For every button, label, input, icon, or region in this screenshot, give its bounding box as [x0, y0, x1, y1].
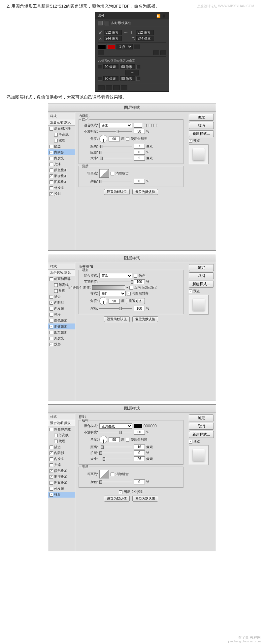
blend-options[interactable]: 混合选项:默认: [48, 420, 75, 426]
choke-input[interactable]: [134, 150, 145, 155]
item-outer-glow[interactable]: 外发光: [48, 486, 75, 492]
align-checkbox[interactable]: ✓: [127, 292, 131, 295]
stroke-width-select[interactable]: 1 点: [116, 44, 133, 49]
ok-button[interactable]: 确定: [189, 264, 214, 271]
x-input[interactable]: [104, 36, 122, 41]
distance-slider[interactable]: [99, 144, 132, 148]
antialias-checkbox[interactable]: [111, 473, 114, 476]
opacity-input[interactable]: [134, 279, 145, 284]
item-texture[interactable]: 纹理: [48, 438, 75, 444]
opacity-slider[interactable]: [99, 430, 132, 434]
preview-checkbox[interactable]: ✓: [189, 290, 192, 293]
stroke-color-swatch[interactable]: [107, 45, 115, 49]
scale-input[interactable]: [134, 306, 145, 311]
corner-tr-input[interactable]: [120, 64, 135, 69]
item-drop-shadow[interactable]: ✓投影: [48, 492, 75, 498]
size-slider[interactable]: [99, 457, 132, 461]
item-satin[interactable]: 光泽: [48, 462, 75, 468]
choke-slider[interactable]: [99, 150, 132, 154]
item-color-overlay[interactable]: 颜色叠加: [48, 167, 75, 173]
cap-btn[interactable]: [153, 50, 159, 55]
blend-mode-select[interactable]: 正常: [99, 123, 132, 128]
item-satin[interactable]: 光泽: [48, 312, 75, 318]
item-inner-glow[interactable]: 内发光: [48, 306, 75, 312]
item-grad-overlay[interactable]: ✓渐变叠加: [48, 474, 75, 480]
ok-button[interactable]: 确定: [189, 114, 214, 121]
width-input[interactable]: [104, 30, 122, 35]
opacity-slider[interactable]: [99, 280, 132, 284]
opacity-input[interactable]: [134, 430, 145, 435]
angle-input[interactable]: [109, 437, 120, 442]
item-pattern-overlay[interactable]: 图案叠加: [48, 480, 75, 486]
item-grad-overlay[interactable]: ✓渐变叠加: [48, 173, 75, 179]
cancel-button[interactable]: 取消: [189, 423, 214, 430]
item-outer-glow[interactable]: 外发光: [48, 335, 75, 341]
noise-slider[interactable]: [99, 480, 132, 484]
knockout-checkbox[interactable]: ✓: [119, 490, 122, 494]
cancel-button[interactable]: 取消: [189, 122, 214, 129]
item-bevel[interactable]: 斜面和浮雕: [48, 426, 75, 432]
opacity-input[interactable]: [134, 129, 145, 134]
grad-style-select[interactable]: 线性: [99, 291, 126, 296]
link-corners-button[interactable]: ⚯: [125, 70, 139, 76]
corner-btn[interactable]: [160, 50, 166, 55]
y-input[interactable]: [136, 36, 154, 41]
angle-dial[interactable]: [99, 297, 107, 305]
reset-align-button[interactable]: 重置对齐: [126, 298, 145, 304]
contour-swatch[interactable]: [99, 470, 109, 478]
dither-checkbox[interactable]: [134, 274, 137, 278]
noise-input[interactable]: [134, 179, 145, 184]
spread-input[interactable]: [134, 450, 145, 455]
size-input[interactable]: [134, 156, 145, 161]
item-outer-glow[interactable]: 外发光: [48, 185, 75, 191]
angle-dial[interactable]: [99, 135, 107, 143]
footer-btn-2[interactable]: [106, 85, 112, 90]
distance-input[interactable]: [134, 445, 145, 449]
global-light-checkbox[interactable]: [126, 137, 129, 141]
noise-input[interactable]: [134, 479, 145, 484]
preview-checkbox[interactable]: ✓: [189, 440, 192, 444]
item-drop-shadow[interactable]: ✓投影: [48, 191, 75, 197]
panel-menu-icons[interactable]: ⏩ ☰: [156, 14, 166, 18]
corner-bl-icon[interactable]: [98, 77, 102, 81]
blend-mode-select[interactable]: 正常: [99, 273, 132, 278]
reset-default-button[interactable]: 复位为默认值: [132, 316, 158, 322]
item-inner-glow[interactable]: 内发光: [48, 456, 75, 462]
contour-swatch[interactable]: [99, 169, 109, 178]
footer-btn-4[interactable]: [121, 85, 127, 90]
reset-default-button[interactable]: 复位为默认值: [132, 189, 158, 195]
noise-slider[interactable]: [99, 179, 132, 183]
item-pattern-overlay[interactable]: 图案叠加: [48, 179, 75, 185]
item-satin[interactable]: 光泽: [48, 161, 75, 167]
reverse-checkbox[interactable]: [129, 286, 133, 290]
blend-mode-select[interactable]: 正片叠底: [99, 423, 132, 429]
item-pattern-overlay[interactable]: 图案叠加: [48, 329, 75, 335]
item-inner-shadow[interactable]: ✓内阴影: [48, 149, 75, 155]
blend-options[interactable]: 混合选项:默认: [48, 270, 75, 276]
opacity-slider[interactable]: [99, 130, 132, 134]
size-slider[interactable]: [99, 156, 132, 160]
item-contour[interactable]: 等高线: [48, 432, 75, 438]
corner-tl-icon[interactable]: [98, 65, 102, 69]
properties-tab[interactable]: 属性: [98, 14, 105, 18]
item-contour[interactable]: 等高线: [48, 132, 75, 138]
corner-br-input[interactable]: [120, 76, 135, 81]
item-inner-glow[interactable]: 内发光: [48, 155, 75, 161]
ok-button[interactable]: 确定: [189, 414, 214, 421]
link-wh-icon[interactable]: ⚯: [123, 30, 129, 35]
new-style-button[interactable]: 新建样式...: [189, 281, 214, 288]
angle-dial[interactable]: [99, 436, 107, 444]
item-inner-shadow[interactable]: ✓内阴影: [48, 300, 75, 306]
preview-checkbox[interactable]: ✓: [189, 139, 192, 143]
set-default-button[interactable]: 设置为默认值: [104, 316, 130, 322]
corner-br-icon[interactable]: [136, 77, 140, 81]
item-stroke[interactable]: 描边: [48, 444, 75, 450]
item-color-overlay[interactable]: 颜色叠加: [48, 318, 75, 323]
corner-tl-input[interactable]: [103, 64, 118, 69]
set-default-button[interactable]: 设置为默认值: [104, 189, 130, 195]
distance-input[interactable]: [134, 144, 145, 149]
angle-input[interactable]: [109, 137, 120, 141]
item-color-overlay[interactable]: ✓颜色叠加: [48, 468, 75, 474]
size-input[interactable]: [134, 456, 145, 461]
set-default-button[interactable]: 设置为默认值: [104, 496, 130, 502]
